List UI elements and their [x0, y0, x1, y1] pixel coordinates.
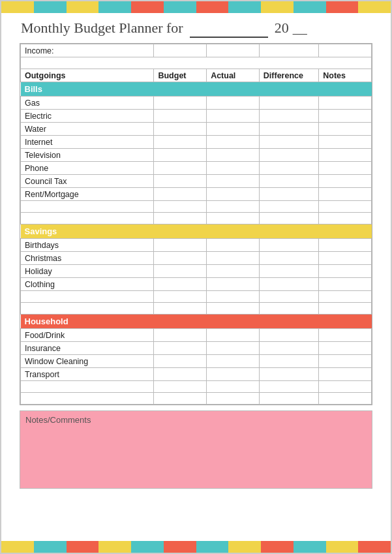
title-area: Monthly Budget Planner for 20__ [1, 13, 391, 43]
bar-segment [67, 1, 99, 13]
spacer-row [21, 291, 372, 303]
bar-segment [164, 541, 196, 553]
table-row: Internet [21, 136, 372, 149]
bar-segment [261, 1, 294, 13]
title-underline [190, 20, 268, 38]
table-wrapper: Income: Outgoings Budget Actual Differen… [20, 43, 372, 405]
header-budget: Budget [154, 69, 207, 82]
bar-segment [34, 541, 67, 553]
bar-segment [228, 1, 261, 13]
spacer-row [21, 57, 372, 69]
bar-segment [1, 1, 34, 13]
bar-segment [98, 541, 131, 553]
bills-section-header: Bills [21, 82, 372, 97]
income-row: Income: [21, 44, 372, 57]
bar-segment [34, 1, 67, 13]
bar-segment [67, 541, 99, 553]
bar-segment [294, 1, 326, 13]
bar-segment [358, 1, 391, 13]
bar-segment [228, 541, 261, 553]
table-row: Clothing [21, 278, 372, 291]
household-section-header: Household [21, 315, 372, 329]
budget-table: Income: Outgoings Budget Actual Differen… [20, 44, 372, 405]
header-actual: Actual [207, 69, 260, 82]
table-row: Christmas [21, 252, 372, 265]
income-label: Income: [21, 44, 154, 57]
savings-label: Savings [21, 224, 372, 239]
bar-segment [261, 541, 294, 553]
header-outgoings: Outgoings [21, 69, 154, 82]
title-text: Monthly Budget Planner for [21, 20, 183, 37]
table-row: Television [21, 149, 372, 162]
table-row: Gas [21, 97, 372, 110]
notes-label: Notes/Comments [25, 415, 367, 425]
bar-segment [164, 1, 196, 13]
bar-segment [358, 541, 391, 553]
page: Monthly Budget Planner for 20__ Income: [0, 0, 392, 554]
column-headers: Outgoings Budget Actual Difference Notes [21, 69, 372, 82]
spacer-row [21, 303, 372, 315]
table-row: Food/Drink [21, 329, 372, 342]
household-label: Household [21, 315, 372, 329]
table-row: Phone [21, 162, 372, 175]
table-row: Council Tax [21, 175, 372, 188]
notes-section: Notes/Comments [20, 410, 372, 489]
spacer-row [21, 201, 372, 213]
bar-segment [196, 541, 229, 553]
bar-segment [326, 541, 359, 553]
bar-segment [294, 541, 326, 553]
top-bar [1, 1, 391, 13]
table-row: Transport [21, 368, 372, 381]
header-notes: Notes [319, 69, 372, 82]
bottom-bar [1, 541, 391, 553]
savings-section-header: Savings [21, 224, 372, 239]
bar-segment [196, 1, 229, 13]
bar-segment [326, 1, 359, 13]
header-difference: Difference [259, 69, 318, 82]
table-row: Insurance [21, 342, 372, 355]
table-row: Rent/Mortgage [21, 188, 372, 201]
table-row: Birthdays [21, 239, 372, 252]
bar-segment [131, 541, 164, 553]
spacer-row [21, 213, 372, 224]
bar-segment [98, 1, 131, 13]
table-row: Water [21, 123, 372, 136]
bar-segment [1, 541, 34, 553]
table-row: Window Cleaning [21, 355, 372, 368]
bar-segment [131, 1, 164, 13]
bills-label: Bills [21, 82, 372, 97]
spacer-row [21, 381, 372, 393]
title-year: 20 [275, 20, 289, 37]
spacer-row [21, 393, 372, 405]
table-row: Electric [21, 110, 372, 123]
table-row: Holiday [21, 265, 372, 278]
